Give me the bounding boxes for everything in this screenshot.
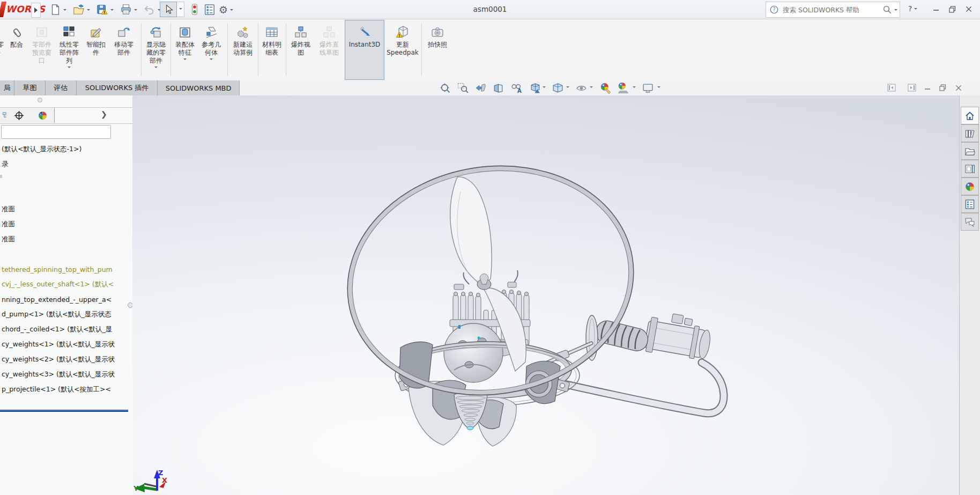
ribbon-button-explode-line-sketch[interactable]: 爆炸直 线草图 xyxy=(315,20,344,78)
task-pane-forum-tab[interactable] xyxy=(961,213,979,231)
minimize-button[interactable] xyxy=(930,4,942,14)
ribbon-button-instant3d[interactable]: Instant3D xyxy=(345,20,384,80)
panel-splitter-bar[interactable] xyxy=(0,409,128,412)
display-manager-tab[interactable] xyxy=(31,108,55,123)
dropdown-arrow-icon[interactable] xyxy=(590,86,593,90)
tree-item-history[interactable]: 录 xyxy=(0,157,132,171)
task-pane-home-tab[interactable] xyxy=(961,107,979,124)
close-button[interactable] xyxy=(963,4,975,14)
tree-item-component[interactable]: cy_weights<3> (默认<默认_显示状 xyxy=(0,367,132,381)
graphics-viewport[interactable]: X Z Y xyxy=(132,95,959,495)
ribbon-button-move-component[interactable]: 移动零 部件 xyxy=(108,20,139,78)
tree-item-component[interactable]: d_pump<1> (默认<默认_显示状态 xyxy=(0,307,132,321)
dropdown-arrow-icon[interactable] xyxy=(134,9,137,12)
tree-item-component[interactable]: tethered_spinning_top_with_pum xyxy=(0,262,132,276)
dropdown-arrow-icon[interactable] xyxy=(63,9,66,12)
restore-button[interactable] xyxy=(946,4,958,14)
collapse-pane-left-button[interactable] xyxy=(887,84,896,92)
zoom-to-fit-button[interactable] xyxy=(439,82,451,94)
feature-manager-tab[interactable] xyxy=(0,108,8,123)
document-restore-button[interactable] xyxy=(939,84,948,93)
new-document-button[interactable] xyxy=(49,3,66,17)
dropdown-arrow-icon[interactable] xyxy=(154,67,158,70)
ribbon-button-take-snapshot[interactable]: 拍快照 xyxy=(424,20,451,78)
ribbon-button-linear-pattern[interactable]: 线性零 部件阵 列 xyxy=(55,20,84,78)
task-pane-custom-properties-tab[interactable] xyxy=(961,195,979,213)
document-properties-button[interactable] xyxy=(204,3,216,17)
ribbon-button-bill-of-materials[interactable]: 材料明 细表 xyxy=(259,20,284,78)
ribbon-button-update-speedpak[interactable]: 更新 Speedpak xyxy=(384,20,421,78)
collapse-pane-right-button[interactable] xyxy=(908,84,916,92)
tab-solidworks-addins[interactable]: SOLIDWORKS 插件 xyxy=(77,80,158,95)
tree-item-component[interactable]: cvj_-_less_outer_shaft<1> (默认< xyxy=(0,277,132,291)
panel-collapse-handle[interactable] xyxy=(38,98,42,102)
task-pane-appearances-tab[interactable] xyxy=(961,178,979,195)
zoom-to-area-button[interactable] xyxy=(456,82,469,94)
toolbar-expand-button[interactable] xyxy=(31,3,41,18)
options-button[interactable]: ⚙ xyxy=(219,3,233,17)
dropdown-arrow-icon[interactable] xyxy=(566,86,569,90)
dropdown-arrow-icon[interactable] xyxy=(230,9,233,12)
tree-item-component[interactable]: nning_top_extended_-_upper_a< xyxy=(0,292,132,306)
ribbon-button-mate[interactable]: 配合 xyxy=(4,20,29,78)
task-pane-file-explorer-tab[interactable] xyxy=(961,142,979,160)
panel-flyout-arrow[interactable]: ❯ xyxy=(101,110,107,119)
document-minimize-button[interactable] xyxy=(924,85,933,93)
tab-evaluate[interactable]: 评估 xyxy=(46,80,77,95)
save-document-button[interactable] xyxy=(96,3,114,17)
tree-item-assembly-root[interactable]: (默认<默认_显示状态-1>) xyxy=(0,142,132,156)
select-tool-dropdown[interactable] xyxy=(177,2,184,17)
command-tab-strip: 局 草图 评估 SOLIDWORKS 插件 SOLIDWORKS MBD xyxy=(0,80,240,95)
search-icon[interactable] xyxy=(882,5,892,14)
feature-tree-filter-box[interactable] xyxy=(1,125,111,139)
tree-item-component[interactable]: cy_weights<2> (默认<默认_显示状 xyxy=(0,352,132,366)
tree-item-plane[interactable]: 准面 xyxy=(0,202,132,216)
view-settings-button[interactable] xyxy=(641,82,654,94)
task-pane-view-palette-tab[interactable] xyxy=(961,160,979,178)
search-dropdown-arrow-icon[interactable] xyxy=(894,9,897,12)
tree-item-component[interactable]: cy_weights<1> (默认<默认_显示状 xyxy=(0,337,132,351)
help-menu[interactable]: ? xyxy=(908,4,917,13)
tree-item-plane[interactable]: 准面 xyxy=(0,232,132,246)
print-button[interactable] xyxy=(120,3,137,17)
document-close-button[interactable] xyxy=(955,85,964,93)
dropdown-arrow-icon[interactable] xyxy=(657,86,660,90)
tab-solidworks-mbd[interactable]: SOLIDWORKS MBD xyxy=(158,80,240,95)
ribbon-button-show-hide-components[interactable]: 显示隐 藏的零 部件 xyxy=(143,20,169,78)
undo-button[interactable] xyxy=(144,3,161,17)
apply-scene-button[interactable] xyxy=(617,82,629,94)
ribbon-button-exploded-view[interactable]: 爆炸视 图 xyxy=(288,20,314,78)
ribbon-button-new-motion-study[interactable]: 新建运 动算例 xyxy=(229,20,256,78)
annotation-views-button[interactable]: A xyxy=(509,82,522,94)
tree-item-plane[interactable]: 准面 xyxy=(0,217,132,231)
search-box[interactable]: ? xyxy=(766,2,900,18)
ribbon-button-component-preview[interactable]: 零部件 预览窗 口 xyxy=(29,20,55,78)
ribbon-button-reference-geometry[interactable]: 参考几 何体 xyxy=(197,20,225,78)
ribbon-button-assembly-features[interactable]: 装配体 特征 xyxy=(173,20,197,78)
select-tool-button[interactable] xyxy=(160,2,177,17)
tab-layout-partial[interactable]: 局 xyxy=(0,80,14,95)
open-document-button[interactable] xyxy=(73,3,90,17)
previous-view-button[interactable] xyxy=(474,82,487,94)
display-style-button[interactable] xyxy=(551,82,564,94)
tab-sketch[interactable]: 草图 xyxy=(14,80,46,95)
select-tool-split-button[interactable] xyxy=(160,2,184,17)
hide-show-items-button[interactable] xyxy=(575,82,588,94)
tree-item-component[interactable]: p_projectile<1> (默认<按加工>< xyxy=(0,382,132,396)
dropdown-arrow-icon[interactable] xyxy=(543,86,546,90)
dropdown-arrow-icon[interactable] xyxy=(633,86,636,90)
rebuild-button[interactable] xyxy=(189,3,201,17)
task-pane-design-library-tab[interactable] xyxy=(961,124,979,142)
dropdown-arrow-icon[interactable] xyxy=(110,9,114,12)
property-manager-tab[interactable] xyxy=(7,108,31,123)
search-input[interactable] xyxy=(782,5,882,14)
edit-appearance-button[interactable] xyxy=(599,82,612,94)
view-orientation-button[interactable] xyxy=(529,82,541,94)
ribbon-button-smart-fasteners[interactable]: 智能扣 件 xyxy=(84,20,108,78)
dropdown-arrow-icon[interactable] xyxy=(183,58,187,62)
section-view-button[interactable] xyxy=(492,82,504,94)
dropdown-arrow-icon[interactable] xyxy=(68,67,71,70)
dropdown-arrow-icon[interactable] xyxy=(210,58,213,62)
dropdown-arrow-icon[interactable] xyxy=(87,9,90,12)
tree-item-component[interactable]: chord_-_coiled<1> (默认<默认_显 xyxy=(0,322,132,336)
